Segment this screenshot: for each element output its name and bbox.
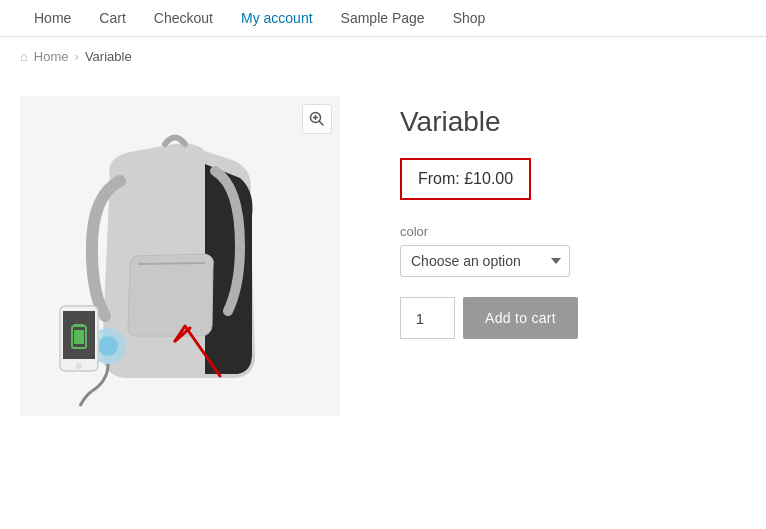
svg-rect-7 [74, 324, 84, 327]
svg-rect-8 [74, 330, 84, 344]
zoom-icon[interactable] [302, 104, 332, 134]
nav-shop[interactable]: Shop [439, 0, 500, 36]
product-image-wrapper [20, 96, 360, 416]
breadcrumb-separator: › [75, 49, 79, 64]
color-select[interactable]: Choose an option Red Blue Black [400, 245, 570, 277]
svg-point-9 [76, 363, 82, 369]
product-details: Variable From: £10.00 color Choose an op… [400, 96, 746, 416]
price-box: From: £10.00 [400, 158, 531, 200]
nav-cart[interactable]: Cart [85, 0, 139, 36]
breadcrumb: ⌂ Home › Variable [0, 37, 766, 76]
product-area: Variable From: £10.00 color Choose an op… [0, 76, 766, 456]
nav-sample-page[interactable]: Sample Page [327, 0, 439, 36]
add-to-cart-button[interactable]: Add to cart [463, 297, 578, 339]
breadcrumb-current: Variable [85, 49, 132, 64]
breadcrumb-home-link[interactable]: Home [34, 49, 69, 64]
svg-point-3 [98, 336, 118, 356]
nav-home[interactable]: Home [20, 0, 85, 36]
add-to-cart-row: Add to cart [400, 297, 746, 339]
home-icon: ⌂ [20, 49, 28, 64]
svg-line-1 [138, 263, 205, 264]
nav-checkout[interactable]: Checkout [140, 0, 227, 36]
quantity-input[interactable] [400, 297, 455, 339]
product-title: Variable [400, 106, 746, 138]
product-image [20, 96, 340, 416]
nav-my-account[interactable]: My account [227, 0, 327, 36]
svg-line-11 [320, 122, 324, 126]
main-navigation: Home Cart Checkout My account Sample Pag… [0, 0, 766, 37]
color-option-wrapper: color Choose an option Red Blue Black [400, 224, 746, 277]
product-illustration [20, 96, 340, 416]
color-label: color [400, 224, 746, 239]
